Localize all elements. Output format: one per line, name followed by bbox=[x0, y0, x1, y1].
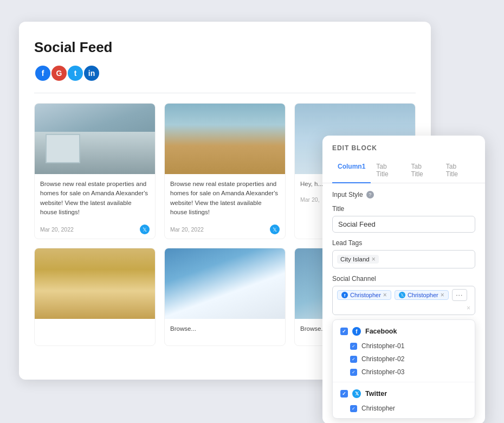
post-content: Browse... bbox=[165, 319, 285, 341]
channel-name: Christopher bbox=[408, 292, 438, 298]
social-channel-label: Social Channel bbox=[332, 275, 475, 283]
twitter-platform-icon: 𝕏 bbox=[352, 389, 361, 398]
post-image-living bbox=[35, 248, 155, 319]
avatar-google[interactable]: G bbox=[50, 65, 68, 82]
post-content bbox=[35, 319, 155, 332]
twitter-check[interactable]: ✓ bbox=[340, 390, 348, 398]
channel-dropdown: ✓ f Facebook ✓ Christopher-01 ✓ Christop… bbox=[332, 319, 475, 419]
dropdown-item-christopher03[interactable]: ✓ Christopher-03 bbox=[333, 366, 475, 379]
check-christopher01[interactable]: ✓ bbox=[350, 343, 357, 350]
facebook-platform-icon: f bbox=[352, 327, 361, 336]
post-footer: Mar 20, 2022 𝕏 bbox=[35, 225, 155, 239]
twitter-icon: 𝕏 bbox=[140, 225, 150, 234]
item-label: Christopher-01 bbox=[361, 342, 404, 350]
dropdown-header-facebook[interactable]: ✓ f Facebook bbox=[333, 323, 475, 339]
channel-name: Christopher bbox=[350, 292, 381, 298]
title-field-label: Title bbox=[332, 205, 475, 213]
help-icon[interactable]: ? bbox=[366, 191, 374, 198]
social-channel-input[interactable]: f Christopher × 𝕏 Christopher × ··· × bbox=[332, 286, 475, 315]
post-date: Mar 20, 2022 bbox=[170, 226, 204, 233]
tag-label: City Island bbox=[340, 256, 370, 262]
tab-title-2[interactable]: Tab Title bbox=[406, 158, 441, 183]
post-date: Mar 20, bbox=[300, 196, 320, 203]
social-avatars: f G t in bbox=[34, 65, 416, 82]
post-text: Browse new real estate properties and ho… bbox=[170, 180, 280, 217]
panel-header: EDIT BLOCK Column1 Tab Title Tab Title T… bbox=[322, 136, 485, 183]
page-title: Social Feed bbox=[34, 39, 416, 56]
post-card: Browse new real estate properties and ho… bbox=[164, 103, 286, 239]
twitter-label: Twitter bbox=[365, 390, 387, 398]
post-image-house1 bbox=[35, 104, 155, 174]
check-christopher-tw[interactable]: ✓ bbox=[350, 405, 357, 412]
panel-tabs: Column1 Tab Title Tab Title Tab Title bbox=[322, 158, 485, 183]
channel-tag-tw-christopher: 𝕏 Christopher × bbox=[395, 290, 449, 300]
post-image-exterior bbox=[165, 248, 285, 319]
panel-title: EDIT BLOCK bbox=[332, 144, 475, 152]
post-text: Browse new real estate properties and ho… bbox=[40, 180, 150, 217]
dropdown-item-christopher01[interactable]: ✓ Christopher-01 bbox=[333, 339, 475, 352]
avatar-twitter[interactable]: t bbox=[67, 65, 84, 82]
clear-channels-button[interactable]: × bbox=[467, 304, 470, 312]
input-style-label: Input Style bbox=[332, 191, 363, 198]
post-footer bbox=[165, 341, 285, 345]
channel-remove-fb[interactable]: × bbox=[383, 292, 387, 298]
tab-title-3[interactable]: Tab Title bbox=[441, 158, 475, 183]
item-label: Christopher-03 bbox=[361, 368, 404, 376]
dropdown-header-twitter[interactable]: ✓ 𝕏 Twitter bbox=[333, 386, 475, 402]
post-card: Browse... bbox=[164, 248, 286, 346]
post-date: Mar 20, 2022 bbox=[40, 226, 74, 233]
avatar-facebook[interactable]: f bbox=[34, 65, 51, 82]
channel-remove-tw[interactable]: × bbox=[441, 292, 444, 298]
tag-city-island: City Island × bbox=[337, 255, 379, 264]
more-channels-button[interactable]: ··· bbox=[452, 289, 467, 301]
tag-remove-button[interactable]: × bbox=[372, 256, 376, 262]
lead-tags-label: Lead Tags bbox=[332, 239, 475, 247]
twitter-icon: 𝕏 bbox=[270, 225, 280, 234]
lead-tags-input[interactable]: City Island × bbox=[332, 250, 475, 268]
dropdown-section-facebook: ✓ f Facebook ✓ Christopher-01 ✓ Christop… bbox=[333, 320, 475, 382]
title-input[interactable] bbox=[332, 216, 475, 233]
avatar-linkedin[interactable]: in bbox=[83, 65, 100, 82]
post-content: Browse new real estate properties and ho… bbox=[35, 174, 155, 225]
tab-column1[interactable]: Column1 bbox=[332, 158, 371, 183]
input-style-row: Input Style ? bbox=[332, 191, 475, 198]
channel-tag-fb-christopher: f Christopher × bbox=[337, 290, 391, 300]
facebook-icon: f bbox=[341, 292, 348, 298]
item-label: Christopher bbox=[361, 405, 395, 412]
dropdown-item-christopher-tw[interactable]: ✓ Christopher bbox=[333, 402, 475, 415]
post-card: Browse new real estate properties and ho… bbox=[34, 103, 156, 239]
twitter-icon: 𝕏 bbox=[399, 292, 405, 298]
post-footer bbox=[35, 332, 155, 336]
item-label: Christopher-02 bbox=[361, 355, 404, 363]
post-card bbox=[34, 248, 156, 346]
post-content: Browse new real estate properties and ho… bbox=[165, 174, 285, 225]
facebook-check[interactable]: ✓ bbox=[340, 328, 348, 335]
tab-title-1[interactable]: Tab Title bbox=[371, 158, 405, 183]
check-christopher02[interactable]: ✓ bbox=[350, 356, 357, 363]
edit-block-panel: EDIT BLOCK Column1 Tab Title Tab Title T… bbox=[322, 136, 485, 423]
scene: Social Feed f G t in Browse new real est… bbox=[19, 22, 485, 401]
panel-body: Input Style ? Title Lead Tags City Islan… bbox=[322, 183, 485, 423]
divider bbox=[34, 93, 416, 93]
post-text: Browse... bbox=[170, 324, 280, 334]
check-christopher03[interactable]: ✓ bbox=[350, 369, 357, 376]
post-image-patio bbox=[165, 104, 285, 174]
post-footer: Mar 20, 2022 𝕏 bbox=[165, 225, 285, 239]
dropdown-section-twitter: ✓ 𝕏 Twitter ✓ Christopher bbox=[333, 382, 475, 418]
facebook-label: Facebook bbox=[365, 328, 397, 335]
dropdown-item-christopher02[interactable]: ✓ Christopher-02 bbox=[333, 352, 475, 366]
